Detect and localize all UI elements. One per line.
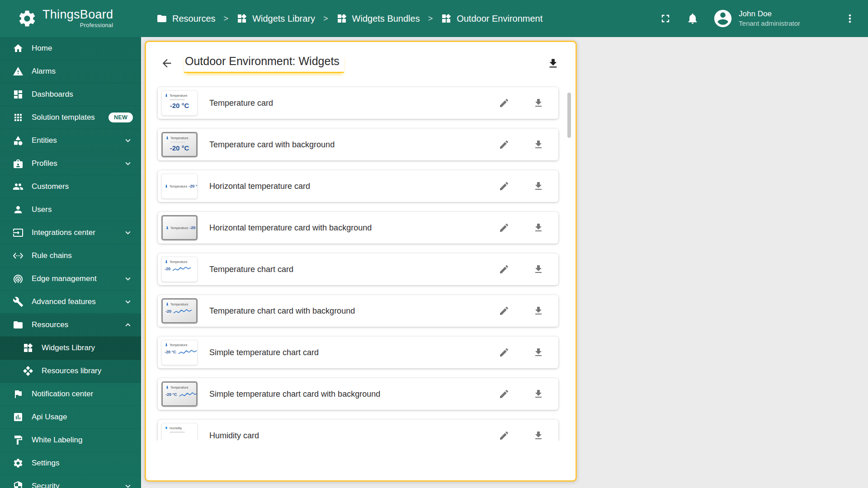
- download-widget-button[interactable]: [533, 389, 544, 399]
- mini-sparkline: [172, 265, 191, 272]
- thermometer-icon: [165, 225, 169, 230]
- notifications-bell-button[interactable]: [686, 12, 699, 25]
- sidebar-item-label: Resources: [32, 320, 115, 329]
- sidebar-item-api-usage[interactable]: Api Usage: [0, 406, 141, 429]
- sidebar-item-solution-templates[interactable]: Solution templatesNEW: [0, 106, 141, 129]
- download-bundle-button[interactable]: [547, 57, 559, 70]
- widget-row-temperature-card[interactable]: Temperature-20 °CTemperature card: [158, 87, 558, 119]
- sidebar-item-label: Rule chains: [32, 251, 133, 260]
- sidebar-item-label: Customers: [32, 182, 133, 191]
- download-widget-button[interactable]: [533, 139, 544, 150]
- water-drop-icon: [165, 426, 168, 430]
- thumb-subtext-line: [170, 432, 185, 433]
- edit-widget-button[interactable]: [499, 430, 509, 441]
- download-widget-button[interactable]: [533, 98, 544, 108]
- thingsboard-logo-icon: [17, 9, 37, 28]
- sidebar-item-edge-management[interactable]: Edge management: [0, 267, 141, 291]
- warning-icon: [13, 66, 24, 77]
- widget-row-temperature-chart-card-with-background[interactable]: Temperature-20Temperature chart card wit…: [158, 295, 558, 327]
- sidebar-item-rule-chains[interactable]: Rule chains: [0, 244, 141, 267]
- sidebar-item-widgets-library[interactable]: Widgets Library: [0, 337, 141, 360]
- widget-row-actions: [499, 347, 544, 358]
- thumb-subtext-line: [170, 99, 185, 100]
- thumb-value: -20: [165, 267, 170, 271]
- thumb-value: -20 °C: [165, 144, 193, 152]
- sidebar-item-label: Edge management: [32, 274, 115, 283]
- widget-thumbnail: Humidity: [161, 423, 198, 441]
- sidebar-item-home[interactable]: Home: [0, 37, 141, 60]
- back-button[interactable]: [160, 57, 173, 70]
- download-widget-button[interactable]: [533, 181, 544, 192]
- sidebar-item-resources-library[interactable]: Resources library: [0, 360, 141, 383]
- list-scrollbar[interactable]: [567, 93, 571, 138]
- download-widget-button[interactable]: [533, 347, 544, 358]
- widget-row-humidity-card[interactable]: HumidityHumidity card: [158, 420, 558, 441]
- thermometer-icon: [165, 302, 169, 306]
- sidebar-item-resources[interactable]: Resources: [0, 314, 141, 337]
- sidebar-item-alarms[interactable]: Alarms: [0, 60, 141, 83]
- mini-sparkline: [173, 308, 192, 315]
- input-icon: [13, 227, 24, 238]
- sidebar-item-advanced-features[interactable]: Advanced features: [0, 291, 141, 314]
- edit-widget-button[interactable]: [499, 264, 509, 275]
- widget-name: Temperature card with background: [209, 140, 335, 150]
- assessment-icon: [13, 412, 24, 422]
- new-badge: NEW: [108, 113, 133, 122]
- download-widget-button[interactable]: [533, 264, 544, 275]
- ethernet-icon: [13, 250, 24, 261]
- widget-row-actions: [499, 139, 544, 150]
- sidebar-item-profiles[interactable]: Profiles: [0, 152, 141, 175]
- app-root: ThingsBoard Professional Resources>Widge…: [0, 0, 868, 488]
- user-avatar[interactable]: [712, 8, 733, 29]
- sidebar-item-customers[interactable]: Customers: [0, 175, 141, 198]
- thermometer-icon: [165, 184, 168, 188]
- sidebar-item-label: Entities: [32, 136, 115, 145]
- sidebar-item-label: Widgets Library: [42, 343, 133, 352]
- breadcrumb-item-resources[interactable]: Resources: [156, 13, 216, 24]
- widget-row-simple-temperature-chart-card-with-background[interactable]: Temperature-20 °CSimple temperature char…: [158, 378, 558, 410]
- sidebar-item-entities[interactable]: Entities: [0, 129, 141, 152]
- edit-widget-button[interactable]: [499, 222, 509, 233]
- breadcrumb-item-widgets-bundles[interactable]: Widgets Bundles: [336, 13, 420, 24]
- edit-widget-button[interactable]: [499, 181, 509, 192]
- chevron-up-icon: [123, 320, 133, 330]
- download-widget-button[interactable]: [533, 430, 544, 441]
- sidebar-item-notification-center[interactable]: Notification center: [0, 383, 141, 406]
- thumb-value: -20: [165, 309, 171, 314]
- widget-row-actions: [499, 430, 544, 441]
- edit-widget-button[interactable]: [499, 389, 509, 399]
- edit-widget-button[interactable]: [499, 305, 509, 316]
- widget-row-actions: [499, 181, 544, 192]
- sidebar-item-integrations-center[interactable]: Integrations center: [0, 221, 141, 244]
- sidebar-item-security[interactable]: Security: [0, 475, 141, 488]
- edit-widget-button[interactable]: [499, 139, 509, 150]
- panel-header: Outdoor Environment: Widgets: [146, 54, 576, 73]
- download-widget-button[interactable]: [533, 222, 544, 233]
- breadcrumb-label: Resources: [172, 14, 216, 24]
- folder-icon: [13, 319, 24, 330]
- fullscreen-button[interactable]: [659, 12, 672, 25]
- sidebar-item-users[interactable]: Users: [0, 198, 141, 221]
- thumb-label: Temperature: [170, 226, 188, 230]
- sidebar-item-settings[interactable]: Settings: [0, 452, 141, 475]
- brand-logo[interactable]: ThingsBoard Professional: [0, 9, 141, 28]
- widget-row-horizontal-temperature-card[interactable]: Temperature-20 °CHorizontal temperature …: [158, 170, 558, 202]
- more-menu-button[interactable]: [844, 12, 856, 25]
- edit-widget-button[interactable]: [499, 98, 509, 108]
- breadcrumb-item-widgets-library[interactable]: Widgets Library: [236, 13, 315, 24]
- sidebar-item-white-labeling[interactable]: White Labeling: [0, 429, 141, 452]
- thermometer-icon: [165, 93, 168, 98]
- widget-row-horizontal-temperature-card-with-background[interactable]: Temperature-20 °CHorizontal temperature …: [158, 212, 558, 244]
- thermometer-icon: [165, 343, 168, 347]
- widget-thumbnail: Temperature-20: [161, 257, 198, 282]
- thermometer-icon: [165, 385, 169, 389]
- widget-row-temperature-card-with-background[interactable]: Temperature-20 °CTemperature card with b…: [158, 129, 558, 160]
- sidebar-item-dashboards[interactable]: Dashboards: [0, 83, 141, 106]
- download-widget-button[interactable]: [533, 305, 544, 316]
- edit-widget-button[interactable]: [499, 347, 509, 358]
- widget-row-temperature-chart-card[interactable]: Temperature-20Temperature chart card: [158, 253, 558, 285]
- people-icon: [13, 181, 24, 192]
- widget-row-simple-temperature-chart-card[interactable]: Temperature-20 °CSimple temperature char…: [158, 337, 558, 368]
- thumb-label: Temperature: [170, 136, 188, 140]
- thumb-value: -20 °C: [165, 102, 194, 109]
